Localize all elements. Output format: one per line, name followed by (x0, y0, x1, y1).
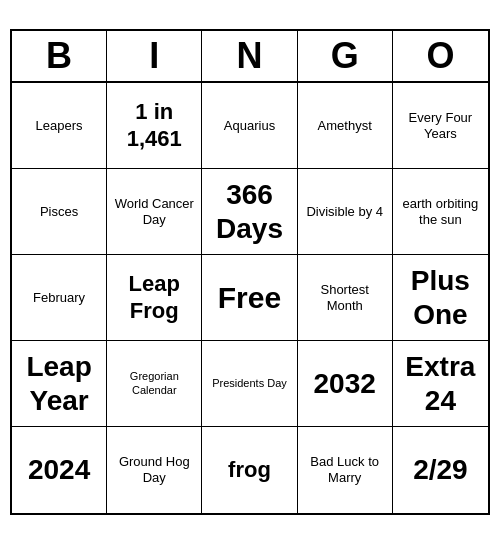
bingo-cell: 2024 (12, 427, 107, 513)
bingo-cell: Free (202, 255, 297, 341)
bingo-header-letter: B (12, 31, 107, 81)
bingo-header-letter: O (393, 31, 488, 81)
bingo-cell: Divisible by 4 (298, 169, 393, 255)
bingo-cell: Presidents Day (202, 341, 297, 427)
bingo-grid: Leapers1 in 1,461AquariusAmethystEvery F… (12, 83, 488, 513)
bingo-cell: 1 in 1,461 (107, 83, 202, 169)
bingo-header: BINGO (12, 31, 488, 83)
bingo-cell: February (12, 255, 107, 341)
bingo-cell: Leap Year (12, 341, 107, 427)
bingo-cell: Leap Frog (107, 255, 202, 341)
bingo-cell: 366 Days (202, 169, 297, 255)
bingo-cell: Leapers (12, 83, 107, 169)
bingo-cell: 2/29 (393, 427, 488, 513)
bingo-cell: Shortest Month (298, 255, 393, 341)
bingo-cell: Gregorian Calendar (107, 341, 202, 427)
bingo-cell: Aquarius (202, 83, 297, 169)
bingo-cell: Pisces (12, 169, 107, 255)
bingo-cell: Extra 24 (393, 341, 488, 427)
bingo-cell: Every Four Years (393, 83, 488, 169)
bingo-cell: Plus One (393, 255, 488, 341)
bingo-header-letter: N (202, 31, 297, 81)
bingo-card: BINGO Leapers1 in 1,461AquariusAmethystE… (10, 29, 490, 515)
bingo-header-letter: I (107, 31, 202, 81)
bingo-cell: frog (202, 427, 297, 513)
bingo-cell: Bad Luck to Marry (298, 427, 393, 513)
bingo-header-letter: G (298, 31, 393, 81)
bingo-cell: earth orbiting the sun (393, 169, 488, 255)
bingo-cell: World Cancer Day (107, 169, 202, 255)
bingo-cell: Amethyst (298, 83, 393, 169)
bingo-cell: 2032 (298, 341, 393, 427)
bingo-cell: Ground Hog Day (107, 427, 202, 513)
